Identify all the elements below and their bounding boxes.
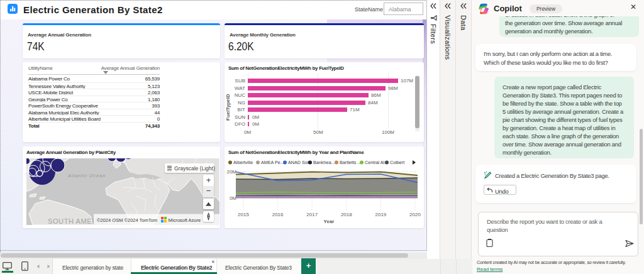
svg-text:2017: 2017: [306, 212, 318, 217]
svg-text:0M: 0M: [230, 195, 236, 201]
svg-text:2018: 2018: [341, 212, 352, 217]
svg-text:2016: 2016: [272, 212, 284, 217]
svg-text:2015: 2015: [238, 212, 249, 217]
svg-text:Bartletts ...: Bartletts ...: [340, 160, 361, 165]
svg-text:Colbert: Colbert: [390, 160, 404, 165]
svg-text:20M: 20M: [226, 169, 236, 175]
svg-text:AMEA Pe...: AMEA Pe...: [261, 160, 284, 165]
svg-text:Bankhea...: Bankhea...: [313, 160, 335, 165]
svg-text:Year: Year: [324, 219, 335, 224]
svg-text:©2024 OSM ©2024 TomTom: ©2024 OSM ©2024 TomTom: [97, 217, 157, 223]
svg-text:Central Al...: Central Al...: [365, 160, 388, 165]
svg-text:Atlantic Ocean: Atlantic Ocean: [67, 173, 106, 178]
svg-text:2019: 2019: [375, 212, 387, 217]
svg-text:2020: 2020: [409, 212, 421, 217]
svg-text:Albertville: Albertville: [233, 160, 253, 165]
